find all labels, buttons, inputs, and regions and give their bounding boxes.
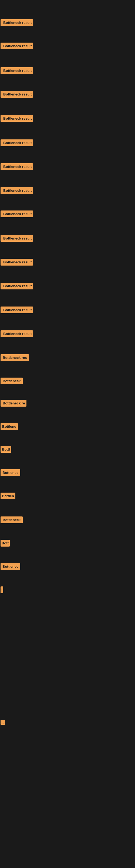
bottleneck-result-item[interactable]: Bottlen (1, 493, 15, 499)
bottleneck-result-item[interactable]: Bottleneck result (1, 235, 33, 242)
bottleneck-result-item[interactable]: Bottleneck result (1, 330, 33, 337)
bottleneck-result-item[interactable]: Bottleneck result (1, 140, 33, 146)
bottleneck-result-item[interactable]: Bott (1, 540, 10, 547)
bottleneck-result-item[interactable]: Bottleneck result (1, 42, 33, 50)
bottleneck-result-item[interactable]: Bottleneck result (1, 67, 33, 74)
bottleneck-result-item[interactable]: Bottleneck (1, 517, 23, 523)
bottleneck-result-item[interactable]: | (1, 586, 3, 593)
bottleneck-result-item[interactable]: Bottleneck result (1, 283, 33, 289)
bottleneck-result-item[interactable]: Bottl (1, 446, 11, 453)
bottleneck-result-item[interactable]: Bottleneck (1, 378, 23, 384)
bottleneck-result-item[interactable]: Bottleneck result (1, 115, 33, 122)
bottleneck-result-item[interactable]: Bottlenec (1, 469, 20, 476)
bottleneck-result-item[interactable]: ... (1, 720, 5, 725)
bottleneck-result-item[interactable]: Bottleneck result (1, 211, 33, 217)
bottleneck-result-item[interactable]: Bottleneck result (1, 163, 33, 170)
bottleneck-result-item[interactable]: Bottleneck res (1, 354, 29, 361)
bottleneck-result-item[interactable]: Bottlene (1, 423, 18, 430)
page-title (0, 0, 135, 4)
bottleneck-result-item[interactable]: Bottleneck result (1, 259, 33, 266)
bottleneck-result-item[interactable]: Bottleneck re (1, 400, 27, 407)
bottleneck-result-item[interactable]: Bottlenec (1, 563, 20, 570)
bottleneck-result-item[interactable]: Bottleneck result (1, 187, 33, 194)
bottleneck-result-item[interactable]: Bottleneck result (1, 307, 33, 313)
bottleneck-result-item[interactable]: Bottleneck result (1, 91, 33, 98)
bottleneck-result-item[interactable]: Bottleneck result (1, 19, 33, 26)
